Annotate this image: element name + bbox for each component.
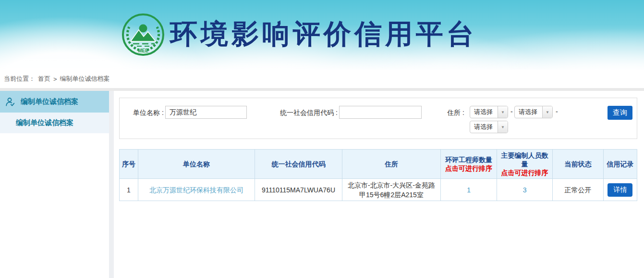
mee-logo-icon: MEE [121, 13, 165, 57]
detail-button[interactable]: 详情 [608, 183, 632, 197]
query-button[interactable]: 查询 [608, 106, 632, 120]
col-header-address: 住所 [342, 150, 441, 179]
city-select-value: 请选择 [515, 106, 542, 118]
credit-code-label: 统一社会信用代码 : [280, 109, 338, 117]
table-row: 1 北京万源世纪环保科技有限公司 91110115MA7LWUA76U 北京市-… [120, 179, 637, 201]
engineer-count-link[interactable]: 1 [467, 186, 471, 194]
col-header-engineer-count-sort[interactable]: 环评工程师数量 点击可进行排序 [441, 150, 497, 179]
company-name-link[interactable]: 北京万源世纪环保科技有限公司 [149, 186, 243, 194]
table-header-row: 序号 单位名称 统一社会信用代码 住所 环评工程师数量 点击可进行排序 主要编制… [120, 150, 637, 179]
chevron-down-icon: ▼ [498, 121, 508, 133]
col-header-credit-code: 统一社会信用代码 [255, 150, 342, 179]
sidebar-subitem-unit-credit-archive[interactable]: 编制单位诚信档案 [0, 113, 109, 133]
content-area: 编制单位诚信档案 编制单位诚信档案 单位名称 : 统一社会信用代码 : 住所 :… [0, 91, 644, 278]
col-header-credit-record: 信用记录 [603, 150, 637, 179]
chevron-down-icon: ▼ [542, 106, 552, 118]
col-header-status: 当前状态 [553, 150, 604, 179]
site-title: 环境影响评价信用平台 [170, 18, 477, 50]
unit-name-input[interactable] [165, 106, 247, 119]
breadcrumb: 当前位置： 首页 > 编制单位诚信档案 [0, 70, 644, 88]
address-dash: - [510, 108, 513, 115]
search-form: 单位名称 : 统一社会信用代码 : 住所 : 请选择 ▼ - 请选择 ▼ - 请… [119, 98, 637, 139]
col-header-index: 序号 [120, 150, 138, 179]
sort-hint: 点击可进行排序 [498, 168, 551, 177]
col-header-staff-count-sort[interactable]: 主要编制人员数量 点击可进行排序 [497, 150, 552, 179]
col-header-unit-name: 单位名称 [138, 150, 255, 179]
breadcrumb-separator: > [53, 76, 57, 83]
address-dash: - [556, 108, 558, 115]
city-select[interactable]: 请选择 ▼ [514, 106, 553, 118]
province-select[interactable]: 请选择 ▼ [470, 106, 508, 118]
chevron-down-icon: ▼ [498, 106, 508, 118]
address-label: 住所 : [447, 109, 464, 117]
cell-status: 正常公开 [553, 179, 604, 201]
results-table: 序号 单位名称 统一社会信用代码 住所 环评工程师数量 点击可进行排序 主要编制… [119, 149, 637, 201]
vertical-divider [109, 91, 114, 278]
mee-logo-text: MEE [138, 48, 148, 53]
breadcrumb-home-link[interactable]: 首页 [38, 75, 50, 83]
unit-name-label: 单位名称 : [133, 109, 164, 117]
breadcrumb-current: 编制单位诚信档案 [60, 75, 110, 83]
province-select-value: 请选择 [470, 106, 498, 118]
user-check-icon [5, 97, 15, 107]
credit-code-input[interactable] [339, 106, 422, 119]
cell-address: 北京市-北京市-大兴区-金苑路甲15号6幢2层A215室 [342, 179, 441, 201]
cell-credit-code: 91110115MA7LWUA76U [255, 179, 342, 201]
site-header: MEE 环境影响评价信用平台 [0, 0, 644, 70]
sidebar: 编制单位诚信档案 编制单位诚信档案 [0, 91, 109, 278]
breadcrumb-prefix: 当前位置： [4, 75, 35, 83]
cell-index: 1 [120, 179, 138, 201]
sidebar-item-label: 编制单位诚信档案 [21, 97, 78, 106]
staff-count-link[interactable]: 3 [523, 186, 527, 194]
sort-hint: 点击可进行排序 [442, 164, 495, 173]
main-panel: 单位名称 : 统一社会信用代码 : 住所 : 请选择 ▼ - 请选择 ▼ - 请… [114, 91, 644, 278]
page: MEE 环境影响评价信用平台 当前位置： 首页 > 编制单位诚信档案 编制单位诚… [0, 0, 644, 278]
district-select[interactable]: 请选择 ▼ [470, 121, 508, 133]
district-select-value: 请选择 [470, 121, 498, 133]
sidebar-subitem-label: 编制单位诚信档案 [16, 118, 73, 127]
sidebar-item-unit-credit-archive[interactable]: 编制单位诚信档案 [0, 91, 109, 113]
